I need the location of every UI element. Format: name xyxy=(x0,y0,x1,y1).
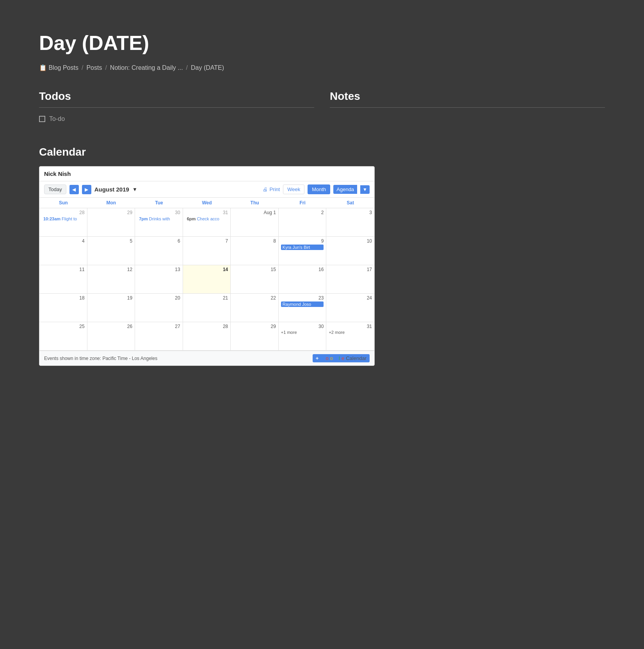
cal-cell-aug10[interactable]: 10 xyxy=(326,237,374,265)
event-time: 10:23am xyxy=(43,216,60,221)
cal-cell-aug4[interactable]: 4 xyxy=(39,237,87,265)
calendar-section-title: Calendar xyxy=(39,146,605,158)
event-time: 7pm xyxy=(139,216,148,221)
cal-cell-aug5[interactable]: 5 xyxy=(87,237,135,265)
cal-cell-aug29[interactable]: 29 xyxy=(231,322,279,350)
cal-date: 12 xyxy=(90,267,133,272)
cal-cell-aug19[interactable]: 19 xyxy=(87,294,135,322)
cal-cell-aug6[interactable]: 6 xyxy=(135,237,183,265)
cal-date: 14 xyxy=(185,267,228,272)
cal-cell-aug20[interactable]: 20 xyxy=(135,294,183,322)
cal-day-tue: Tue xyxy=(135,198,183,208)
cal-cell-aug8[interactable]: 8 xyxy=(231,237,279,265)
cal-cell-aug24[interactable]: 24 xyxy=(326,294,374,322)
cal-date: 31 xyxy=(185,210,228,215)
cal-cell-28jul[interactable]: 28 10:23am Flight to xyxy=(39,208,87,236)
todo-item-1[interactable]: To-do xyxy=(39,115,314,122)
todo-checkbox-1[interactable] xyxy=(39,116,45,122)
cal-cell-aug17[interactable]: 17 xyxy=(326,265,374,293)
cal-month-btn[interactable]: Month xyxy=(308,184,330,194)
cal-date: 25 xyxy=(42,324,85,329)
event-title: Flight to xyxy=(62,216,77,221)
cal-week-3: 11 12 13 14 15 16 17 xyxy=(39,265,374,294)
cal-date: 16 xyxy=(281,267,324,272)
cal-cell-aug22[interactable]: 22 xyxy=(231,294,279,322)
breadcrumb: 📋 Blog Posts / Posts / Notion: Creating … xyxy=(39,64,605,71)
cal-event[interactable]: 10:23am Flight to xyxy=(42,216,85,222)
cal-cell-aug11[interactable]: 11 xyxy=(39,265,87,293)
breadcrumb-item-day[interactable]: Day (DATE) xyxy=(191,64,224,71)
cal-cell-aug23[interactable]: 23 Raymond Joso xyxy=(279,294,327,322)
cal-date: Aug 1 xyxy=(233,210,276,215)
notes-title: Notes xyxy=(330,90,605,103)
cal-cell-aug28[interactable]: 28 xyxy=(183,322,231,350)
cal-add-google-btn[interactable]: + Google Calendar xyxy=(313,354,370,362)
cal-date: 23 xyxy=(281,295,324,301)
cal-day-headers: Sun Mon Tue Wed Thu Fri Sat xyxy=(39,198,374,208)
cal-date: 8 xyxy=(233,238,276,244)
cal-cell-31jul[interactable]: 31 6pm Check acco xyxy=(183,208,231,236)
cal-cell-aug3[interactable]: 3 xyxy=(326,208,374,236)
breadcrumb-item-notion[interactable]: Notion: Creating a Daily ... xyxy=(110,64,183,71)
cal-cell-30jul[interactable]: 30 7pm Drinks with xyxy=(135,208,183,236)
cal-date: 2 xyxy=(281,210,324,215)
event-title: Check acco xyxy=(197,216,219,221)
cal-cell-aug31[interactable]: 31 +2 more xyxy=(326,322,374,350)
cal-more-link-30[interactable]: +1 more xyxy=(281,330,324,335)
cal-cell-aug1[interactable]: Aug 1 xyxy=(231,208,279,236)
cal-cell-aug7[interactable]: 7 xyxy=(183,237,231,265)
cal-cell-aug25[interactable]: 25 xyxy=(39,322,87,350)
cal-prev-btn[interactable]: ◀ xyxy=(69,185,79,194)
cal-cell-aug12[interactable]: 12 xyxy=(87,265,135,293)
cal-week-btn[interactable]: Week xyxy=(283,184,304,194)
cal-date: 30 xyxy=(281,324,324,329)
cal-date: 20 xyxy=(137,295,180,301)
cal-cell-aug14[interactable]: 14 xyxy=(183,265,231,293)
cal-date: 26 xyxy=(90,324,133,329)
cal-cell-aug15[interactable]: 15 xyxy=(231,265,279,293)
cal-header: Nick Nish xyxy=(39,167,374,181)
breadcrumb-item-posts[interactable]: Posts xyxy=(86,64,102,71)
cal-date: 28 xyxy=(185,324,228,329)
breadcrumb-sep-1: / xyxy=(82,64,83,71)
cal-date: 9 xyxy=(281,238,324,244)
cal-more-link-31[interactable]: +2 more xyxy=(329,330,372,335)
cal-cell-aug2[interactable]: 2 xyxy=(279,208,327,236)
cal-event[interactable]: 6pm Check acco xyxy=(185,216,228,222)
event-title: Drinks with xyxy=(149,216,170,221)
cal-agenda-btn[interactable]: Agenda xyxy=(333,185,357,194)
calendar-container: Nick Nish Today ◀ ▶ August 2019 ▼ 🖨 Prin… xyxy=(39,166,375,366)
cal-event-kyra[interactable]: Kyra Jun's Birt xyxy=(281,245,324,250)
cal-week-2: 4 5 6 7 8 9 Kyra Jun's Birt xyxy=(39,237,374,265)
cal-month-label: August 2019 xyxy=(94,186,129,193)
cal-event-raymond[interactable]: Raymond Joso xyxy=(281,301,324,307)
cal-owner: Nick Nish xyxy=(44,170,370,177)
cal-date: 19 xyxy=(90,295,133,301)
cal-week-4: 18 19 20 21 22 23 Raymond Joso xyxy=(39,294,374,322)
cal-week-5: 25 26 27 28 29 30 +1 more xyxy=(39,322,374,351)
cal-cell-29jul[interactable]: 29 xyxy=(87,208,135,236)
cal-print-btn[interactable]: 🖨 Print xyxy=(263,186,280,192)
cal-month-dropdown[interactable]: ▼ xyxy=(132,186,137,192)
breadcrumb-sep-3: / xyxy=(186,64,188,71)
cal-cell-aug21[interactable]: 21 xyxy=(183,294,231,322)
cal-cell-aug30[interactable]: 30 +1 more xyxy=(279,322,327,350)
cal-event[interactable]: 7pm Drinks with xyxy=(137,216,180,222)
cal-cell-aug9[interactable]: 9 Kyra Jun's Birt xyxy=(279,237,327,265)
cal-cell-aug16[interactable]: 16 xyxy=(279,265,327,293)
cal-day-wed: Wed xyxy=(183,198,231,208)
cal-agenda-dropdown-btn[interactable]: ▼ xyxy=(360,185,370,194)
todos-section: Todos To-do xyxy=(39,90,314,122)
cal-cell-aug26[interactable]: 26 xyxy=(87,322,135,350)
breadcrumb-item-blog[interactable]: 📋 Blog Posts xyxy=(39,64,78,71)
page-title: Day (DATE) xyxy=(39,31,605,55)
cal-date: 5 xyxy=(90,238,133,244)
cal-day-fri: Fri xyxy=(279,198,327,208)
cal-cell-aug27[interactable]: 27 xyxy=(135,322,183,350)
cal-cell-aug18[interactable]: 18 xyxy=(39,294,87,322)
cal-today-btn[interactable]: Today xyxy=(44,184,66,194)
notes-divider xyxy=(330,107,605,108)
cal-cell-aug13[interactable]: 13 xyxy=(135,265,183,293)
cal-next-btn[interactable]: ▶ xyxy=(82,185,91,194)
cal-date: 29 xyxy=(90,210,133,215)
